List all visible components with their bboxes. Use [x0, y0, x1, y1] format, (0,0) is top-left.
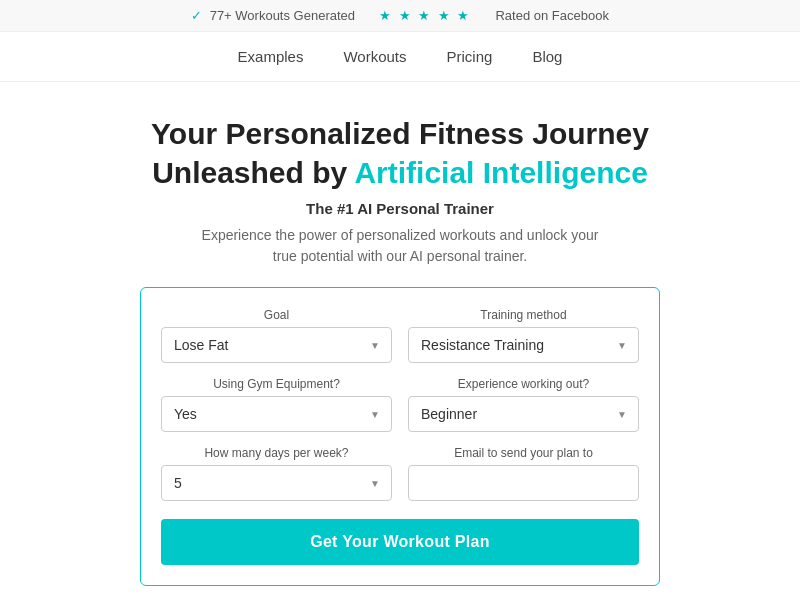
- hero-heading-line2-static: Unleashed by: [152, 156, 354, 189]
- training-select[interactable]: Resistance Training Cardio HIIT Yoga Pil…: [408, 327, 639, 363]
- days-select[interactable]: 1 2 3 4 5 6 7: [161, 465, 392, 501]
- goal-select[interactable]: Lose Fat Build Muscle Improve Endurance …: [161, 327, 392, 363]
- form-group-email: Email to send your plan to: [408, 446, 639, 501]
- equipment-label: Using Gym Equipment?: [161, 377, 392, 391]
- top-bar: ✓ 77+ Workouts Generated ★ ★ ★ ★ ★ Rated…: [0, 0, 800, 32]
- generated-count: ✓ 77+ Workouts Generated: [191, 8, 355, 23]
- rating-text: Rated on Facebook: [495, 8, 608, 23]
- hero-heading-ai: Artificial Intelligence: [354, 156, 647, 189]
- days-label: How many days per week?: [161, 446, 392, 460]
- generated-text: 77+ Workouts Generated: [210, 8, 355, 23]
- experience-label: Experience working out?: [408, 377, 639, 391]
- nav-pricing[interactable]: Pricing: [447, 48, 493, 65]
- training-label: Training method: [408, 308, 639, 322]
- experience-select[interactable]: Beginner Intermediate Advanced: [408, 396, 639, 432]
- form-group-days: How many days per week? 1 2 3 4 5 6 7: [161, 446, 392, 501]
- form-group-equipment: Using Gym Equipment? Yes No: [161, 377, 392, 432]
- form-group-experience: Experience working out? Beginner Interme…: [408, 377, 639, 432]
- form-row-3: How many days per week? 1 2 3 4 5 6 7 Em…: [161, 446, 639, 501]
- hero-description: Experience the power of personalized wor…: [190, 225, 610, 267]
- form-row-1: Goal Lose Fat Build Muscle Improve Endur…: [161, 308, 639, 363]
- checkmark-icon: ✓: [191, 8, 202, 23]
- nav-examples[interactable]: Examples: [238, 48, 304, 65]
- form-row-2: Using Gym Equipment? Yes No Experience w…: [161, 377, 639, 432]
- goal-select-wrapper: Lose Fat Build Muscle Improve Endurance …: [161, 327, 392, 363]
- form-group-goal: Goal Lose Fat Build Muscle Improve Endur…: [161, 308, 392, 363]
- training-select-wrapper: Resistance Training Cardio HIIT Yoga Pil…: [408, 327, 639, 363]
- workout-form: Goal Lose Fat Build Muscle Improve Endur…: [140, 287, 660, 586]
- hero-section: Your Personalized Fitness Journey Unleas…: [0, 82, 800, 600]
- hero-subtitle: The #1 AI Personal Trainer: [40, 200, 760, 217]
- goal-label: Goal: [161, 308, 392, 322]
- hero-heading-line1: Your Personalized Fitness Journey: [151, 117, 649, 150]
- main-nav: Examples Workouts Pricing Blog: [0, 32, 800, 82]
- equipment-select[interactable]: Yes No: [161, 396, 392, 432]
- experience-select-wrapper: Beginner Intermediate Advanced: [408, 396, 639, 432]
- days-select-wrapper: 1 2 3 4 5 6 7: [161, 465, 392, 501]
- nav-workouts[interactable]: Workouts: [343, 48, 406, 65]
- stars-icon: ★ ★ ★ ★ ★: [379, 8, 471, 23]
- email-label: Email to send your plan to: [408, 446, 639, 460]
- equipment-select-wrapper: Yes No: [161, 396, 392, 432]
- nav-blog[interactable]: Blog: [532, 48, 562, 65]
- form-group-training: Training method Resistance Training Card…: [408, 308, 639, 363]
- hero-heading: Your Personalized Fitness Journey Unleas…: [40, 114, 760, 192]
- cta-button[interactable]: Get Your Workout Plan: [161, 519, 639, 565]
- email-input[interactable]: [408, 465, 639, 501]
